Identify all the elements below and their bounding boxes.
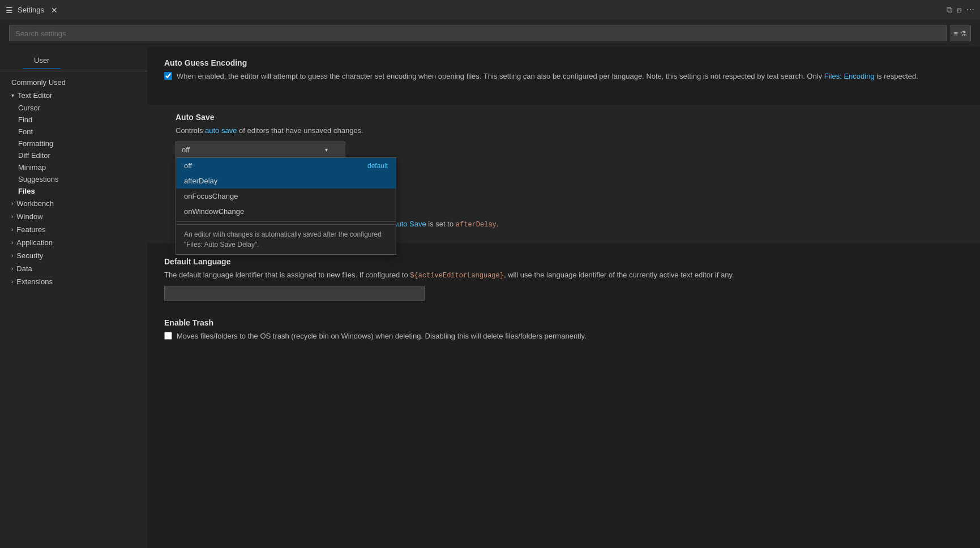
dropdown-option-afterdelay[interactable]: afterDelay (176, 173, 396, 189)
sidebar-item-application[interactable]: › Application (0, 236, 147, 249)
auto-guess-encoding-checkbox[interactable] (164, 72, 172, 80)
option-default-label: default (367, 162, 388, 170)
sidebar-item-label: Features (16, 225, 45, 234)
settings-main: Auto Guess Encoding When enabled, the ed… (147, 47, 980, 548)
sidebar: User Commonly Used ▾ Text Editor Cursor … (0, 47, 147, 548)
sidebar-item-suggestions[interactable]: Suggestions (0, 173, 147, 185)
default-language-input[interactable] (164, 286, 425, 301)
enable-trash-title-text: Enable Trash (164, 318, 213, 327)
chevron-right-icon: › (11, 266, 13, 272)
sidebar-item-minimap[interactable]: Minimap (0, 161, 147, 173)
sidebar-item-font[interactable]: Font (0, 126, 147, 138)
open-new-window-icon[interactable]: ⧉ (947, 5, 952, 15)
close-tab-button[interactable]: ✕ (51, 6, 58, 15)
sidebar-item-label: Workbench (16, 199, 54, 208)
auto-save-dropdown[interactable]: off ▾ (176, 142, 345, 157)
chevron-right-icon: › (11, 239, 13, 246)
auto-save-title: Auto Save (176, 113, 963, 122)
setting-title: Auto Guess Encoding (164, 58, 963, 67)
default-language-description: The default language identifier that is … (164, 269, 963, 281)
user-tab[interactable]: User (23, 52, 61, 68)
sidebar-item-label: Security (16, 251, 43, 260)
dropdown-arrow-icon: ▾ (325, 147, 328, 153)
files-encoding-link[interactable]: Files: Encoding (824, 72, 875, 80)
split-editor-icon[interactable]: ⧈ (957, 5, 962, 15)
sidebar-divider (0, 71, 147, 71)
menu-icon[interactable]: ☰ (6, 6, 13, 15)
sidebar-item-label: Application (16, 238, 53, 247)
search-bar-container: ≡ ⚗ (0, 20, 980, 47)
setting-default-language: Default Language The default language id… (164, 257, 963, 301)
sidebar-item-features[interactable]: › Features (0, 223, 147, 236)
dropdown-option-off[interactable]: off default (176, 158, 396, 173)
dropdown-option-onfocuschange[interactable]: onFocusChange (176, 189, 396, 204)
option-value: onFocusChange (184, 192, 238, 200)
setting-title-text: Auto Guess Encoding (164, 58, 247, 67)
sidebar-item-cursor[interactable]: Cursor (0, 102, 147, 114)
enable-trash-title: Enable Trash (164, 318, 963, 327)
option-value: off (184, 161, 192, 170)
sidebar-item-commonly-used[interactable]: Commonly Used (0, 76, 147, 89)
auto-save-dropdown-container: off ▾ off default afterDelay onFocusChan… (176, 142, 345, 157)
chevron-right-icon: › (11, 226, 13, 233)
chevron-right-icon: › (11, 200, 13, 207)
auto-guess-encoding-description: When enabled, the editor will attempt to… (177, 71, 918, 82)
sidebar-item-label: Extensions (16, 277, 53, 286)
content-area: User Commonly Used ▾ Text Editor Cursor … (0, 47, 980, 548)
title-bar: ☰ Settings ✕ ⧉ ⧈ ⋯ (0, 0, 980, 20)
sidebar-item-label: Window (16, 212, 42, 221)
default-language-title-text: Default Language (164, 257, 230, 266)
sidebar-item-label: Data (16, 264, 32, 273)
title-bar-actions: ⧉ ⧈ ⋯ (947, 5, 974, 15)
dropdown-description: An editor with changes is automatically … (176, 224, 396, 254)
active-editor-code: ${activeEditorLanguage} (410, 272, 504, 280)
chevron-right-icon: › (11, 213, 13, 220)
chevron-right-icon: › (11, 252, 13, 259)
auto-save-description: Controls auto save of editors that have … (176, 125, 963, 136)
option-value: onWindowChange (184, 207, 244, 216)
sidebar-item-files[interactable]: Files (0, 185, 147, 197)
chevron-down-icon: ▾ (11, 92, 14, 99)
auto-save-title-text: Auto Save (176, 113, 214, 122)
enable-trash-checkbox-row: Moves files/folders to the OS trash (rec… (164, 331, 963, 348)
sidebar-item-extensions[interactable]: › Extensions (0, 275, 147, 288)
sidebar-item-text-editor[interactable]: ▾ Text Editor (0, 89, 147, 102)
sidebar-item-workbench[interactable]: › Workbench (0, 197, 147, 210)
search-icons: ≡ ⚗ (950, 25, 971, 41)
sidebar-item-window[interactable]: › Window (0, 210, 147, 223)
after-delay-code: afterDelay (456, 221, 497, 229)
dropdown-menu: off default afterDelay onFocusChange onW… (176, 157, 396, 255)
dropdown-divider (176, 221, 396, 222)
auto-save-link[interactable]: auto save (205, 126, 237, 135)
sidebar-item-label: Text Editor (18, 91, 52, 100)
option-value: afterDelay (184, 177, 217, 185)
sidebar-item-data[interactable]: › Data (0, 262, 147, 275)
sidebar-item-diff-editor[interactable]: Diff Editor (0, 149, 147, 161)
filter-icon[interactable]: ⚗ (960, 29, 967, 38)
setting-auto-save: ⚙ Auto Save Controls auto save of editor… (147, 105, 980, 244)
dropdown-selected-value: off (182, 145, 190, 154)
sidebar-item-security[interactable]: › Security (0, 249, 147, 262)
dropdown-option-onwindowchange[interactable]: onWindowChange (176, 204, 396, 219)
default-language-title: Default Language (164, 257, 963, 266)
title-bar-title: Settings (18, 6, 44, 14)
main-container: ≡ ⚗ User Commonly Used ▾ Text Editor Cur… (0, 20, 980, 548)
enable-trash-description: Moves files/folders to the OS trash (rec… (177, 331, 587, 342)
more-actions-icon[interactable]: ⋯ (966, 5, 974, 15)
checkbox-row: When enabled, the editor will attempt to… (164, 71, 963, 88)
sidebar-item-formatting[interactable]: Formatting (0, 138, 147, 149)
search-input[interactable] (9, 25, 947, 41)
chevron-right-icon: › (11, 279, 13, 285)
setting-auto-guess-encoding: Auto Guess Encoding When enabled, the ed… (164, 58, 963, 88)
sidebar-item-find[interactable]: Find (0, 114, 147, 126)
clear-search-icon[interactable]: ≡ (953, 29, 958, 38)
setting-enable-trash: Enable Trash Moves files/folders to the … (164, 318, 963, 348)
enable-trash-checkbox[interactable] (164, 332, 172, 340)
sidebar-item-label: Commonly Used (11, 78, 66, 87)
